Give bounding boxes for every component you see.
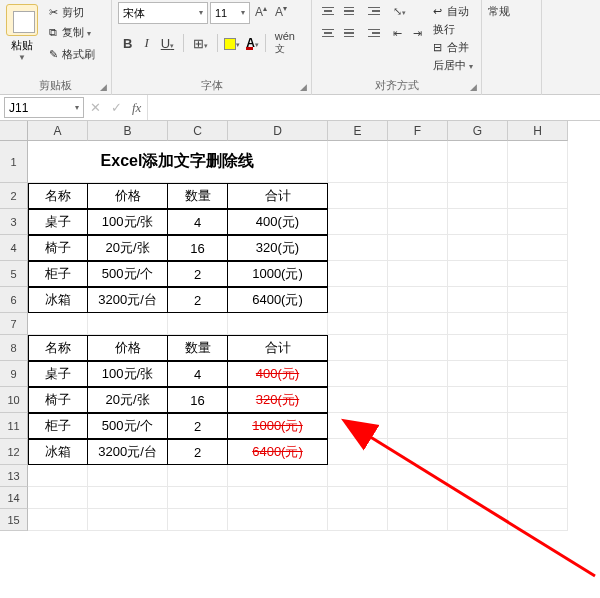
cell[interactable]: 100元/张 <box>88 361 168 387</box>
cell[interactable]: 椅子 <box>28 387 88 413</box>
cell[interactable]: 2 <box>168 261 228 287</box>
underline-button[interactable]: U▾ <box>156 34 179 53</box>
font-color-button[interactable]: A▾ <box>244 36 261 50</box>
cell[interactable] <box>228 509 328 531</box>
cell[interactable] <box>328 465 388 487</box>
row-header[interactable]: 11 <box>0 413 28 439</box>
name-box[interactable]: J11▾ <box>4 97 84 118</box>
dialog-launcher-icon[interactable]: ◢ <box>470 82 477 92</box>
copy-button[interactable]: ⧉复制 ▾ <box>46 22 95 44</box>
cell[interactable] <box>508 287 568 313</box>
cell[interactable] <box>448 509 508 531</box>
cell[interactable]: 冰箱 <box>28 287 88 313</box>
row-header[interactable]: 4 <box>0 235 28 261</box>
cell[interactable] <box>328 335 388 361</box>
formula-input[interactable] <box>148 95 600 120</box>
decrease-indent-button[interactable]: ⇤ <box>388 25 407 42</box>
cell[interactable] <box>328 209 388 235</box>
cell[interactable] <box>328 141 388 183</box>
cell[interactable] <box>508 387 568 413</box>
cell[interactable]: 20元/张 <box>88 235 168 261</box>
cell[interactable] <box>508 487 568 509</box>
cell[interactable]: 2 <box>168 413 228 439</box>
cell[interactable] <box>328 235 388 261</box>
cell[interactable] <box>448 261 508 287</box>
cell[interactable]: 数量 <box>168 335 228 361</box>
wrap-text-button[interactable]: ↩自动换行 <box>433 2 475 38</box>
column-header[interactable]: F <box>388 121 448 141</box>
align-left-button[interactable] <box>318 24 338 42</box>
dialog-launcher-icon[interactable]: ◢ <box>100 82 107 92</box>
cell[interactable]: 4 <box>168 361 228 387</box>
increase-indent-button[interactable]: ⇥ <box>408 25 427 42</box>
cell[interactable] <box>388 235 448 261</box>
cell[interactable]: 400(元) <box>228 361 328 387</box>
cell[interactable]: 价格 <box>88 183 168 209</box>
cell[interactable] <box>388 141 448 183</box>
cell[interactable]: 2 <box>168 439 228 465</box>
cell[interactable] <box>388 509 448 531</box>
cell[interactable] <box>168 487 228 509</box>
cell[interactable]: Excel添加文字删除线 <box>28 141 328 183</box>
decrease-font-button[interactable]: A▾ <box>272 2 290 24</box>
cell[interactable] <box>388 439 448 465</box>
cell[interactable] <box>328 287 388 313</box>
cell[interactable] <box>448 183 508 209</box>
row-header[interactable]: 6 <box>0 287 28 313</box>
select-all-corner[interactable] <box>0 121 28 141</box>
cell[interactable]: 3200元/台 <box>88 439 168 465</box>
cell[interactable]: 2 <box>168 287 228 313</box>
cell[interactable] <box>388 413 448 439</box>
cell[interactable] <box>88 465 168 487</box>
cell[interactable] <box>448 141 508 183</box>
cell[interactable] <box>448 209 508 235</box>
column-header[interactable]: D <box>228 121 328 141</box>
cell[interactable]: 价格 <box>88 335 168 361</box>
cell[interactable] <box>388 261 448 287</box>
cell[interactable]: 椅子 <box>28 235 88 261</box>
cell[interactable]: 冰箱 <box>28 439 88 465</box>
cell[interactable]: 柜子 <box>28 413 88 439</box>
cell[interactable] <box>508 313 568 335</box>
cell[interactable] <box>328 439 388 465</box>
row-header[interactable]: 9 <box>0 361 28 387</box>
cell[interactable] <box>508 439 568 465</box>
italic-button[interactable]: I <box>139 33 153 53</box>
cell[interactable]: 桌子 <box>28 361 88 387</box>
cell[interactable] <box>88 509 168 531</box>
cell[interactable]: 320(元) <box>228 387 328 413</box>
column-header[interactable]: H <box>508 121 568 141</box>
paste-button[interactable]: 粘贴 ▼ <box>6 2 38 64</box>
align-middle-button[interactable] <box>339 2 359 20</box>
cell[interactable]: 名称 <box>28 335 88 361</box>
cell[interactable] <box>228 465 328 487</box>
cell[interactable]: 桌子 <box>28 209 88 235</box>
cell[interactable] <box>508 261 568 287</box>
cell[interactable] <box>448 287 508 313</box>
cell[interactable] <box>88 313 168 335</box>
cell[interactable] <box>448 487 508 509</box>
cell[interactable] <box>508 509 568 531</box>
cell[interactable] <box>328 183 388 209</box>
cell[interactable]: 合计 <box>228 335 328 361</box>
cell[interactable] <box>328 487 388 509</box>
row-header[interactable]: 7 <box>0 313 28 335</box>
dialog-launcher-icon[interactable]: ◢ <box>300 82 307 92</box>
cell[interactable] <box>328 413 388 439</box>
column-header[interactable]: G <box>448 121 508 141</box>
cell[interactable] <box>508 183 568 209</box>
cell[interactable] <box>228 487 328 509</box>
fill-color-button[interactable]: ▾ <box>222 35 242 51</box>
cell[interactable]: 柜子 <box>28 261 88 287</box>
cell[interactable]: 数量 <box>168 183 228 209</box>
cell[interactable]: 400(元) <box>228 209 328 235</box>
cell[interactable] <box>28 509 88 531</box>
cell[interactable] <box>328 361 388 387</box>
cell[interactable] <box>228 313 328 335</box>
cell[interactable] <box>28 487 88 509</box>
row-header[interactable]: 5 <box>0 261 28 287</box>
row-header[interactable]: 2 <box>0 183 28 209</box>
cell[interactable] <box>508 361 568 387</box>
cell[interactable] <box>388 387 448 413</box>
cell[interactable] <box>508 413 568 439</box>
